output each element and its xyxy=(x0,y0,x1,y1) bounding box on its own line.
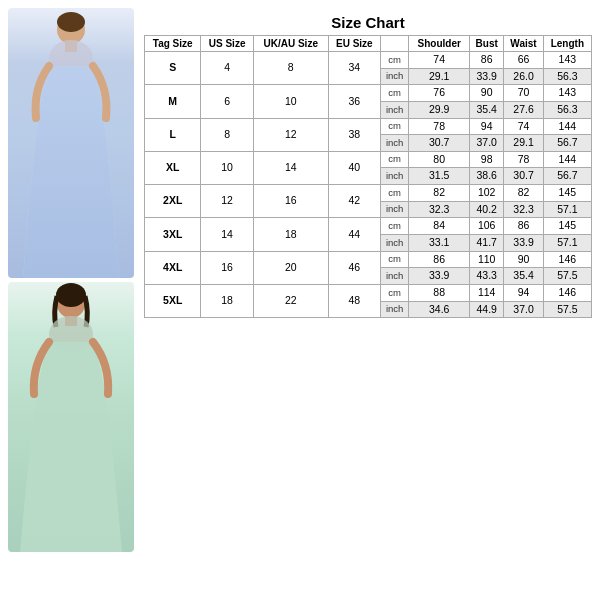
unit-cm: cm xyxy=(381,284,409,301)
ukau-size-cell: 14 xyxy=(253,151,328,184)
ukau-size-cell: 18 xyxy=(253,218,328,251)
col-shoulder: Shoulder xyxy=(409,36,470,52)
us-size-cell: 8 xyxy=(201,118,253,151)
shoulder-inch: 30.7 xyxy=(409,135,470,152)
unit-inch: inch xyxy=(381,101,409,118)
eu-size-cell: 42 xyxy=(328,185,380,218)
ukau-size-cell: 8 xyxy=(253,52,328,85)
length-cm: 146 xyxy=(543,251,591,268)
eu-size-cell: 48 xyxy=(328,284,380,317)
table-row: 2XL 12 16 42 cm 82 102 82 145 xyxy=(145,185,592,202)
tag-size-cell: S xyxy=(145,52,201,85)
waist-cm: 66 xyxy=(504,52,543,69)
bust-inch: 38.6 xyxy=(470,168,504,185)
unit-inch: inch xyxy=(381,135,409,152)
bust-cm: 86 xyxy=(470,52,504,69)
eu-size-cell: 40 xyxy=(328,151,380,184)
length-inch: 56.7 xyxy=(543,168,591,185)
us-size-cell: 6 xyxy=(201,85,253,118)
bust-cm: 110 xyxy=(470,251,504,268)
shoulder-inch: 33.1 xyxy=(409,235,470,252)
ukau-size-cell: 12 xyxy=(253,118,328,151)
shoulder-cm: 80 xyxy=(409,151,470,168)
bust-inch: 41.7 xyxy=(470,235,504,252)
svg-point-5 xyxy=(56,283,86,307)
unit-cm: cm xyxy=(381,52,409,69)
waist-cm: 90 xyxy=(504,251,543,268)
ukau-size-cell: 10 xyxy=(253,85,328,118)
us-size-cell: 10 xyxy=(201,151,253,184)
length-cm: 145 xyxy=(543,185,591,202)
chart-title: Size Chart xyxy=(144,8,592,35)
length-cm: 144 xyxy=(543,151,591,168)
waist-inch: 27.6 xyxy=(504,101,543,118)
us-size-cell: 14 xyxy=(201,218,253,251)
shoulder-cm: 88 xyxy=(409,284,470,301)
eu-size-cell: 46 xyxy=(328,251,380,284)
eu-size-cell: 36 xyxy=(328,85,380,118)
chart-column: Size Chart Tag Size US Size UK/AU Size E… xyxy=(144,8,592,592)
col-eu-size: EU Size xyxy=(328,36,380,52)
ukau-size-cell: 20 xyxy=(253,251,328,284)
waist-cm: 94 xyxy=(504,284,543,301)
tag-size-cell: L xyxy=(145,118,201,151)
col-bust: Bust xyxy=(470,36,504,52)
unit-cm: cm xyxy=(381,185,409,202)
bust-cm: 98 xyxy=(470,151,504,168)
shoulder-cm: 76 xyxy=(409,85,470,102)
col-tag-size: Tag Size xyxy=(145,36,201,52)
length-cm: 146 xyxy=(543,284,591,301)
table-row: 5XL 18 22 48 cm 88 114 94 146 xyxy=(145,284,592,301)
waist-inch: 30.7 xyxy=(504,168,543,185)
table-header: Tag Size US Size UK/AU Size EU Size Shou… xyxy=(145,36,592,52)
length-inch: 57.1 xyxy=(543,201,591,218)
dress-image-2 xyxy=(8,282,134,552)
bust-cm: 114 xyxy=(470,284,504,301)
unit-inch: inch xyxy=(381,168,409,185)
length-inch: 56.3 xyxy=(543,101,591,118)
waist-cm: 86 xyxy=(504,218,543,235)
shoulder-inch: 31.5 xyxy=(409,168,470,185)
eu-size-cell: 44 xyxy=(328,218,380,251)
length-inch: 57.1 xyxy=(543,235,591,252)
unit-cm: cm xyxy=(381,85,409,102)
waist-cm: 70 xyxy=(504,85,543,102)
bust-cm: 94 xyxy=(470,118,504,135)
unit-cm: cm xyxy=(381,218,409,235)
unit-inch: inch xyxy=(381,235,409,252)
waist-cm: 82 xyxy=(504,185,543,202)
col-ukau-size: UK/AU Size xyxy=(253,36,328,52)
tag-size-cell: 2XL xyxy=(145,185,201,218)
col-length: Length xyxy=(543,36,591,52)
bust-inch: 33.9 xyxy=(470,68,504,85)
table-row: L 8 12 38 cm 78 94 74 144 xyxy=(145,118,592,135)
table-row: 3XL 14 18 44 cm 84 106 86 145 xyxy=(145,218,592,235)
unit-inch: inch xyxy=(381,68,409,85)
shoulder-cm: 86 xyxy=(409,251,470,268)
length-inch: 57.5 xyxy=(543,268,591,285)
shoulder-inch: 34.6 xyxy=(409,301,470,318)
shoulder-inch: 33.9 xyxy=(409,268,470,285)
waist-inch: 37.0 xyxy=(504,301,543,318)
bust-inch: 40.2 xyxy=(470,201,504,218)
bust-cm: 102 xyxy=(470,185,504,202)
us-size-cell: 12 xyxy=(201,185,253,218)
tag-size-cell: XL xyxy=(145,151,201,184)
shoulder-cm: 84 xyxy=(409,218,470,235)
table-row: S 4 8 34 cm 74 86 66 143 xyxy=(145,52,592,69)
tag-size-cell: M xyxy=(145,85,201,118)
ukau-size-cell: 16 xyxy=(253,185,328,218)
length-inch: 56.3 xyxy=(543,68,591,85)
length-cm: 145 xyxy=(543,218,591,235)
tag-size-cell: 3XL xyxy=(145,218,201,251)
waist-inch: 35.4 xyxy=(504,268,543,285)
bust-cm: 106 xyxy=(470,218,504,235)
tag-size-cell: 4XL xyxy=(145,251,201,284)
bust-inch: 35.4 xyxy=(470,101,504,118)
bust-inch: 37.0 xyxy=(470,135,504,152)
col-us-size: US Size xyxy=(201,36,253,52)
eu-size-cell: 38 xyxy=(328,118,380,151)
unit-inch: inch xyxy=(381,268,409,285)
length-inch: 56.7 xyxy=(543,135,591,152)
col-unit xyxy=(381,36,409,52)
